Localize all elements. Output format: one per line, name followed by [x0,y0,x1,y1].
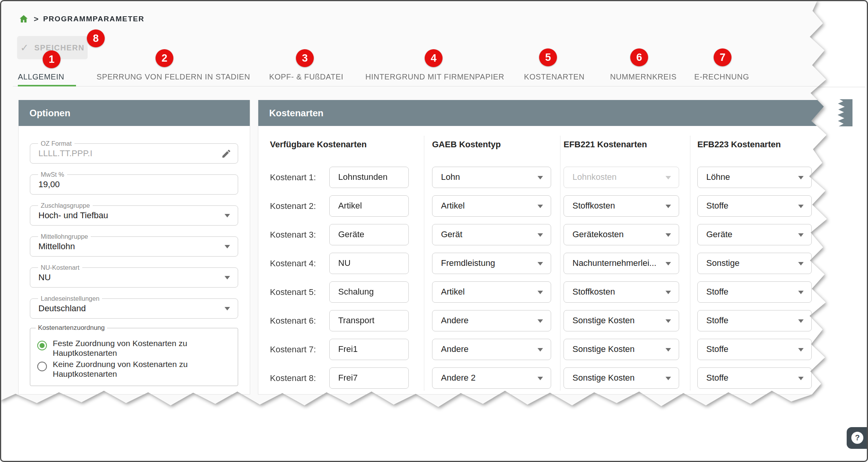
kostenart-name-input[interactable]: Lohnstunden [329,167,409,188]
chevron-down-icon [225,276,230,279]
column-header-efb223: EFB223 Kostenarten [697,140,781,150]
chevron-down-icon [538,291,543,294]
oz-format-label: OZ Format [38,140,74,147]
chevron-down-icon [225,214,230,217]
tab-allgemein[interactable]: ALLGEMEIN [18,69,64,84]
landeseinstellungen-select[interactable]: Landeseinstellungen Deutschland [30,298,238,319]
efb223-select[interactable]: Geräte [697,224,812,245]
efb221-select[interactable]: Stoffkosten [564,281,679,303]
gaeb-select[interactable]: Artikel [432,195,551,217]
chevron-down-icon [666,377,671,380]
mittellohngruppe-select[interactable]: Mittellohngruppe Mittellohn [30,236,238,257]
efb223-select[interactable]: Stoffe [697,339,812,360]
annotation-badge-4: 4 [425,49,443,67]
mittellohngruppe-label: Mittellohngruppe [38,233,91,240]
efb223-select[interactable]: Stoffe [697,281,812,303]
kostenart-name-input[interactable]: NU [329,253,409,274]
chevron-down-icon [538,262,543,265]
torn-paper-main: > PROGRAMMPARAMETER ✓ SPEICHERN ALLGEMEI… [0,0,868,462]
tabs-divider [13,86,818,86]
gaeb-select[interactable]: Andere 2 [432,367,551,389]
kostenart-name-input[interactable]: Frei1 [329,339,409,360]
row-label: Kostenart 2: [270,195,328,217]
chevron-down-icon [798,262,804,265]
chevron-down-icon [666,319,671,323]
efb221-select[interactable]: Stoffkosten [564,195,679,217]
kostenart-name-input[interactable]: Frei7 [329,367,409,389]
chevron-down-icon [798,205,804,208]
gaeb-select[interactable]: Artikel [432,281,551,303]
radio-unselected-icon[interactable] [37,362,47,371]
chevron-down-icon [666,176,671,179]
efb223-select[interactable]: Löhne [697,167,812,188]
gaeb-select[interactable]: Andere [432,310,551,331]
annotation-badge-8: 8 [87,29,105,47]
active-tab-indicator [18,85,76,86]
oz-format-field[interactable]: OZ Format LLLL.TT.PPP.I [30,143,238,164]
chevron-down-icon [666,348,671,352]
chevron-down-icon [798,291,804,294]
efb221-select: Lohnkosten [564,167,679,188]
efb223-select[interactable]: Sonstige [697,253,812,274]
chevron-down-icon [798,319,804,323]
page-content: > PROGRAMMPARAMETER ✓ SPEICHERN ALLGEMEI… [0,0,868,462]
kostenart-name-input[interactable]: Schalung [329,281,409,303]
gaeb-select[interactable]: Gerät [432,224,551,245]
chevron-down-icon [798,233,804,237]
nu-kostenart-select[interactable]: NU-Kostenart NU [30,267,238,288]
chevron-down-icon [538,176,543,179]
chevron-down-icon [538,377,543,380]
pencil-icon[interactable] [221,148,232,160]
tab-kopf-fussdatei[interactable]: KOPF- & FUßDATEI [269,69,343,84]
annotation-badge-7: 7 [714,48,731,66]
kostenart-name-input[interactable]: Transport [329,310,409,331]
radio-option-feste-zuordnung[interactable]: Feste Zuordnung von Kostenarten zu Haupt… [37,338,187,358]
efb221-select[interactable]: Sonstige Kosten [564,367,679,389]
chevron-down-icon [666,262,671,265]
mwst-field[interactable]: MwSt % 19,00 [30,174,238,195]
home-icon[interactable] [18,14,29,24]
row-label: Kostenart 6: [270,310,328,331]
chevron-down-icon [666,233,671,237]
zuschlagsgruppe-select[interactable]: Zuschlagsgruppe Hoch- und Tiefbau [30,205,238,226]
column-divider [690,136,690,391]
column-header-efb221: EFB221 Kostenarten [564,140,647,150]
annotation-badge-5: 5 [539,48,557,66]
kostenart-row-labels: Kostenart 1: Kostenart 2: Kostenart 3: K… [270,167,328,396]
kostenarten-panel: Kostenarten Verfügbare Kostenarten GAEB … [258,100,828,395]
efb221-select[interactable]: Sonstige Kosten [564,310,679,331]
tab-e-rechnung[interactable]: E-RECHNUNG [694,69,749,84]
kostenart-name-input[interactable]: Geräte [329,224,409,245]
efb223-select[interactable]: Stoffe [697,367,812,389]
column-header-verfuegbare: Verfügbare Kostenarten [270,140,367,150]
page-title: PROGRAMMPARAMETER [43,15,144,23]
gaeb-select[interactable]: Fremdleistung [432,253,551,274]
landeseinstellungen-label: Landeseinstellungen [38,295,102,302]
efb221-select[interactable]: Gerätekosten [564,224,679,245]
chevron-down-icon [798,176,804,179]
gaeb-select[interactable]: Lohn [432,167,551,188]
efb223-select[interactable]: Stoffe [697,195,812,217]
efb223-selects: Löhne Stoffe Geräte Sonstige Stoffe Stof… [697,167,812,396]
chevron-down-icon [666,291,671,294]
efb221-select[interactable]: Sonstige Kosten [564,339,679,360]
efb223-select[interactable]: Stoffe [697,310,812,331]
question-mark-icon: ? [851,432,863,444]
kostenart-name-input[interactable]: Artikel [329,195,409,217]
check-icon: ✓ [20,42,29,54]
tab-kostenarten[interactable]: KOSTENARTEN [524,69,584,84]
radio-selected-icon[interactable] [37,341,47,350]
tab-nummernkreis[interactable]: NUMMERNKREIS [610,69,677,84]
chevron-down-icon [798,348,804,352]
row-label: Kostenart 3: [270,224,328,245]
tab-hintergrund-firmenpapier[interactable]: HINTERGRUND MIT FIRMENPAPIER [365,69,504,84]
gaeb-kostentyp-selects: Lohn Artikel Gerät Fremdleistung Artikel… [432,167,551,396]
annotation-badge-2: 2 [156,49,173,67]
help-button[interactable]: ? [847,427,867,449]
gaeb-select[interactable]: Andere [432,339,551,360]
tab-sperrung-von-feldern[interactable]: SPERRUNG VON FELDERN IN STADIEN [97,69,250,84]
radio-option-label: Feste Zuordnung von Kostenarten zu Haupt… [53,338,187,358]
efb221-select[interactable]: Nachunternehmerlei... [564,253,679,274]
chevron-down-icon [225,245,230,248]
radio-option-keine-zuordnung[interactable]: Keine Zuordnung von Kostenarten zu Haupt… [37,359,188,379]
